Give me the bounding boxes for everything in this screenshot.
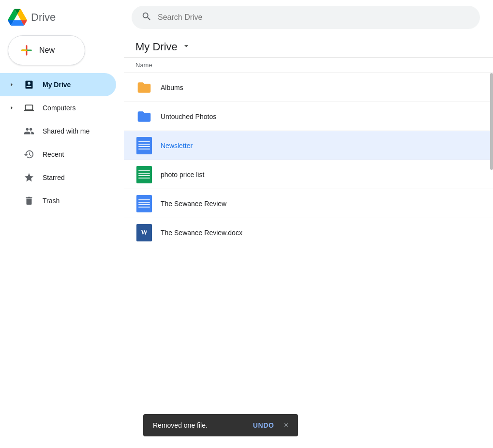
file-name: Albums [161,84,481,91]
starred-nav-icon [23,172,35,183]
toast-message: Removed one file. [153,421,245,429]
sidebar-item-my-drive-label: My Drive [43,81,71,89]
recent-nav-icon [23,149,35,160]
expand-arrow-icon [8,81,15,89]
expand-computers-arrow-icon [8,104,15,112]
content-title: My Drive [135,41,178,53]
toast-notification: Removed one file. UNDO × [143,414,298,436]
sidebar-item-recent[interactable]: Recent [0,143,116,166]
scrollbar-track[interactable] [490,73,493,448]
nav-menu: My Drive Computers Shared with me [0,73,124,212]
file-name: Untouched Photos [161,113,481,120]
file-name: The Sewanee Review.docx [161,229,481,237]
sidebar-item-shared-label: Shared with me [43,127,90,135]
drive-logo-icon [8,9,27,26]
search-bar[interactable] [132,6,480,29]
file-row[interactable]: Untouched Photos [124,102,493,131]
new-button[interactable]: New [8,35,85,65]
file-row-selected[interactable]: Newsletter [124,131,493,160]
file-row[interactable]: W The Sewanee Review.docx [124,218,493,247]
column-header: Name [124,58,493,73]
sidebar-item-recent-label: Recent [43,150,64,158]
app-title: Drive [31,11,56,24]
file-row[interactable]: photo price list [124,160,493,189]
file-name: photo price list [161,171,481,179]
file-list: Albums Untouched Photos [124,73,493,448]
content-header: My Drive [124,35,493,57]
sidebar-item-trash-label: Trash [43,197,60,205]
file-name: The Sewanee Review [161,200,481,208]
sidebar-item-starred-label: Starred [43,174,65,181]
toast-undo-button[interactable]: UNDO [253,421,274,429]
search-icon [141,11,152,24]
new-button-label: New [39,46,55,55]
drive-dropdown-icon[interactable] [181,41,191,53]
scrollbar-thumb[interactable] [490,73,493,170]
toast-close-button[interactable]: × [284,421,288,430]
sidebar-item-shared[interactable]: Shared with me [0,119,116,143]
sidebar-item-computers[interactable]: Computers [0,96,116,119]
trash-nav-icon [23,195,35,207]
word-icon: W [135,224,153,241]
logo-area: Drive [0,5,124,35]
plus-icon [20,44,33,57]
sidebar-item-computers-label: Computers [43,104,75,112]
sidebar: Drive New My Drive [0,0,124,448]
content-area: My Drive Name Albums [124,35,493,448]
doc-icon [135,137,153,154]
file-name-selected: Newsletter [161,142,481,149]
sidebar-item-trash[interactable]: Trash [0,189,116,212]
file-row[interactable]: Albums [124,73,493,102]
folder-icon [135,79,153,96]
topbar [124,0,493,35]
drive-nav-icon [23,79,35,90]
file-row[interactable]: The Sewanee Review [124,189,493,218]
name-column-header: Name [135,61,152,69]
computers-nav-icon [23,102,35,114]
shared-nav-icon [23,125,35,137]
doc-icon-2 [135,195,153,212]
sidebar-item-starred[interactable]: Starred [0,166,116,189]
folder-blue-icon [135,108,153,125]
sidebar-item-my-drive[interactable]: My Drive [0,73,116,96]
main-content: My Drive Name Albums [124,0,493,448]
search-input[interactable] [158,13,470,22]
sheets-icon [135,166,153,183]
